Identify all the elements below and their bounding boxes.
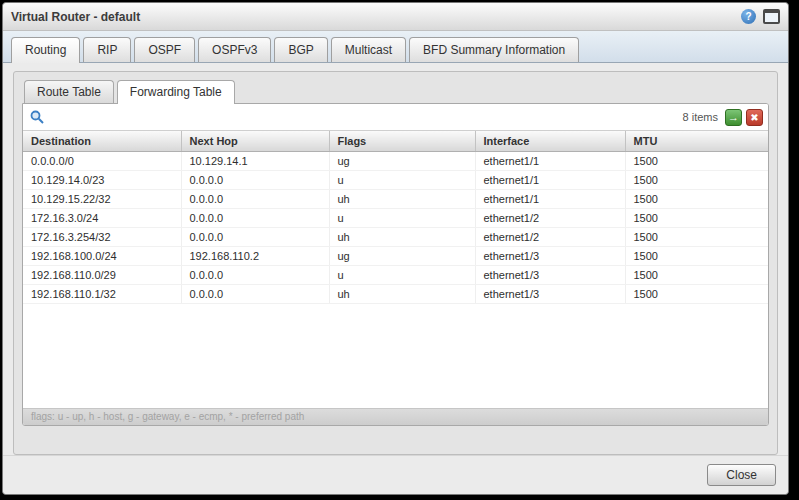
tab-routing[interactable]: Routing (11, 37, 80, 63)
table-row: 10.129.14.0/23 0.0.0.0 u ethernet1/1 150… (23, 171, 768, 190)
cell-flags: uh (329, 285, 475, 304)
cell-interface: ethernet1/3 (475, 247, 625, 266)
table-row: 172.16.3.254/32 0.0.0.0 uh ethernet1/2 1… (23, 228, 768, 247)
cell-destination: 192.168.110.1/32 (23, 285, 181, 304)
cell-interface: ethernet1/1 (475, 171, 625, 190)
table-row: 0.0.0.0/0 10.129.14.1 ug ethernet1/1 150… (23, 152, 768, 171)
cell-mtu: 1500 (625, 266, 768, 285)
cell-next-hop: 0.0.0.0 (181, 266, 329, 285)
table-header-row: Destination Next Hop Flags Interface MTU (23, 131, 768, 152)
cell-next-hop: 10.129.14.1 (181, 152, 329, 171)
cell-mtu: 1500 (625, 285, 768, 304)
search-icon (30, 110, 44, 124)
window-title: Virtual Router - default (11, 10, 741, 24)
table-row: 192.168.110.1/32 0.0.0.0 uh ethernet1/3 … (23, 285, 768, 304)
virtual-router-dialog: Virtual Router - default ? Routing RIP O… (2, 2, 789, 495)
col-destination[interactable]: Destination (23, 131, 181, 152)
cell-next-hop: 0.0.0.0 (181, 171, 329, 190)
cell-interface: ethernet1/1 (475, 152, 625, 171)
cell-mtu: 1500 (625, 247, 768, 266)
cell-interface: ethernet1/2 (475, 228, 625, 247)
filter-input[interactable] (44, 107, 679, 127)
cell-next-hop: 0.0.0.0 (181, 285, 329, 304)
tab-ospf[interactable]: OSPF (134, 37, 195, 62)
cell-next-hop: 0.0.0.0 (181, 209, 329, 228)
routing-tab-content: Route Table Forwarding Table 8 items → ✖ (3, 63, 788, 455)
cell-flags: u (329, 171, 475, 190)
subtab-forwarding-table[interactable]: Forwarding Table (117, 80, 235, 104)
routing-inner-box: Route Table Forwarding Table 8 items → ✖ (13, 71, 778, 455)
col-mtu[interactable]: MTU (625, 131, 768, 152)
cell-next-hop: 0.0.0.0 (181, 190, 329, 209)
cell-flags: uh (329, 190, 475, 209)
col-interface[interactable]: Interface (475, 131, 625, 152)
forwarding-table: Destination Next Hop Flags Interface MTU… (23, 131, 768, 304)
cell-interface: ethernet1/3 (475, 285, 625, 304)
cell-next-hop: 0.0.0.0 (181, 228, 329, 247)
help-icon[interactable]: ? (741, 9, 756, 24)
cell-flags: u (329, 266, 475, 285)
table-row: 192.168.100.0/24 192.168.110.2 ug ethern… (23, 247, 768, 266)
close-button[interactable]: Close (707, 464, 776, 486)
main-tabstrip: Routing RIP OSPF OSPFv3 BGP Multicast BF… (3, 31, 788, 63)
cell-interface: ethernet1/2 (475, 209, 625, 228)
sub-tabstrip: Route Table Forwarding Table (22, 80, 769, 103)
cell-mtu: 1500 (625, 228, 768, 247)
tab-ospfv3[interactable]: OSPFv3 (198, 37, 271, 62)
cell-flags: ug (329, 152, 475, 171)
forwarding-table-body: Destination Next Hop Flags Interface MTU… (23, 131, 768, 408)
col-next-hop[interactable]: Next Hop (181, 131, 329, 152)
cell-next-hop: 192.168.110.2 (181, 247, 329, 266)
table-row: 10.129.15.22/32 0.0.0.0 uh ethernet1/1 1… (23, 190, 768, 209)
cell-mtu: 1500 (625, 209, 768, 228)
forwarding-table-panel: 8 items → ✖ Destination Next Hop (22, 103, 769, 426)
dialog-footer: Close (3, 455, 788, 494)
cell-destination: 192.168.100.0/24 (23, 247, 181, 266)
cell-destination: 172.16.3.0/24 (23, 209, 181, 228)
tab-rip[interactable]: RIP (83, 37, 131, 62)
cell-destination: 0.0.0.0/0 (23, 152, 181, 171)
cell-destination: 10.129.15.22/32 (23, 190, 181, 209)
table-row: 192.168.110.0/29 0.0.0.0 u ethernet1/3 1… (23, 266, 768, 285)
cell-mtu: 1500 (625, 152, 768, 171)
titlebar: Virtual Router - default ? (3, 3, 788, 31)
cell-destination: 10.129.14.0/23 (23, 171, 181, 190)
cell-interface: ethernet1/3 (475, 266, 625, 285)
col-flags[interactable]: Flags (329, 131, 475, 152)
cell-flags: u (329, 209, 475, 228)
cell-interface: ethernet1/1 (475, 190, 625, 209)
apply-filter-button[interactable]: → (725, 109, 742, 126)
cell-flags: uh (329, 228, 475, 247)
filter-bar: 8 items → ✖ (23, 104, 768, 131)
cell-mtu: 1500 (625, 190, 768, 209)
table-row: 172.16.3.0/24 0.0.0.0 u ethernet1/2 1500 (23, 209, 768, 228)
cell-destination: 172.16.3.254/32 (23, 228, 181, 247)
tab-multicast[interactable]: Multicast (331, 37, 406, 62)
subtab-route-table[interactable]: Route Table (24, 80, 114, 103)
cell-flags: ug (329, 247, 475, 266)
clear-filter-button[interactable]: ✖ (746, 109, 763, 126)
cell-mtu: 1500 (625, 171, 768, 190)
tab-bgp[interactable]: BGP (274, 37, 327, 62)
flags-legend: flags: u - up, h - host, g - gateway, e … (23, 408, 768, 425)
cell-destination: 192.168.110.0/29 (23, 266, 181, 285)
tab-bfd-summary[interactable]: BFD Summary Information (409, 37, 579, 62)
popout-icon[interactable] (763, 9, 780, 24)
items-count: 8 items (683, 111, 718, 123)
